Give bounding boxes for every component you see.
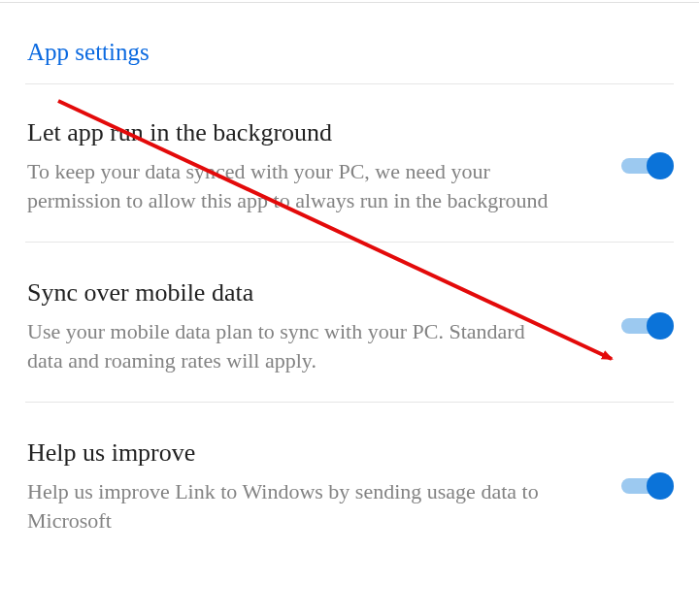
setting-row-mobile-data: Sync over mobile data Use your mobile da… [27,243,672,402]
setting-desc-background: To keep your data synced with your PC, w… [27,157,556,216]
setting-row-help-improve: Help us improve Help us improve Link to … [27,403,672,562]
setting-text-block: Help us improve Help us improve Link to … [27,436,556,536]
setting-desc-help-improve: Help us improve Link to Windows by sendi… [27,477,556,536]
setting-text-block: Sync over mobile data Use your mobile da… [27,276,556,376]
settings-container: App settings Let app run in the backgrou… [0,0,699,561]
toggle-background[interactable] [621,152,672,179]
top-divider [0,2,699,3]
setting-title-mobile-data: Sync over mobile data [27,276,556,309]
setting-desc-mobile-data: Use your mobile data plan to sync with y… [27,317,556,376]
toggle-thumb [647,312,674,340]
section-header-app-settings: App settings [27,39,672,66]
toggle-thumb [647,152,674,179]
toggle-thumb [647,472,674,500]
setting-title-help-improve: Help us improve [27,436,556,470]
toggle-help-improve[interactable] [621,472,672,500]
setting-row-background: Let app run in the background To keep yo… [27,84,672,242]
setting-title-background: Let app run in the background [27,115,556,149]
toggle-mobile-data[interactable] [621,312,672,340]
setting-text-block: Let app run in the background To keep yo… [27,115,556,216]
